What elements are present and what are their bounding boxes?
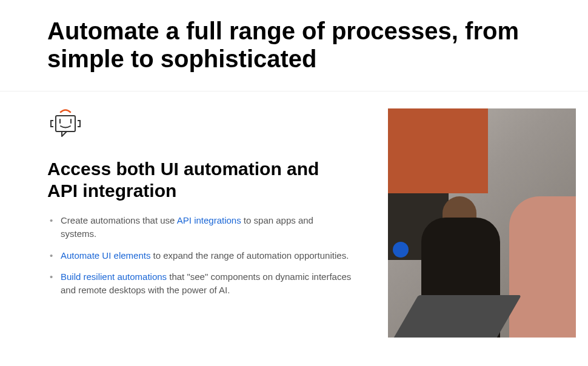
page-title: Automate a full range of processes, from… (0, 0, 588, 91)
list-item: Build resilient automations that "see" c… (59, 270, 352, 297)
svg-rect-0 (56, 116, 75, 131)
content-row: Access both UI automation and API integr… (0, 92, 588, 338)
bullet-text-post: to expand the range of automation opport… (150, 250, 349, 261)
link-api-integrations[interactable]: API integrations (177, 215, 241, 225)
right-column (388, 108, 576, 338)
section-heading: Access both UI automation and API integr… (47, 158, 352, 202)
bullet-text-pre: Create automations that use (61, 215, 177, 225)
left-column: Access both UI automation and API integr… (47, 108, 352, 338)
robot-chat-icon (47, 108, 84, 141)
link-automate-ui[interactable]: Automate UI elements (61, 250, 150, 261)
list-item: Create automations that use API integrat… (59, 214, 352, 241)
bullet-list: Create automations that use API integrat… (47, 214, 352, 297)
link-build-resilient[interactable]: Build resilient automations (61, 271, 167, 282)
hero-image (388, 108, 576, 338)
list-item: Automate UI elements to expand the range… (59, 249, 352, 262)
